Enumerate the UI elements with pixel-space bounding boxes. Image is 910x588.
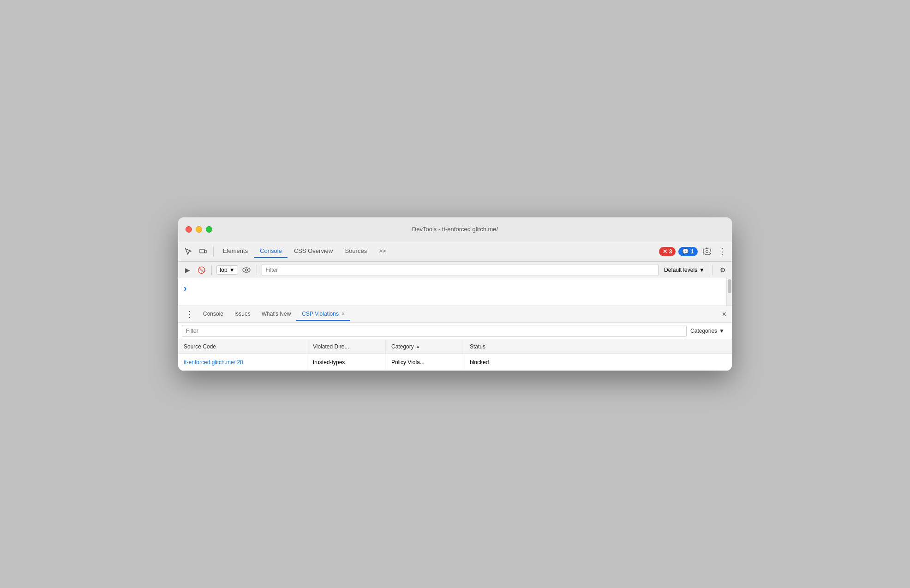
svg-rect-1: [204, 250, 206, 253]
scrollbar-thumb[interactable]: [728, 279, 731, 293]
tab-console[interactable]: Console: [254, 245, 287, 258]
close-button[interactable]: [186, 226, 192, 233]
toolbar-divider-2: [211, 265, 212, 275]
sec-tab-csp-violations[interactable]: CSP Violations ×: [296, 308, 350, 321]
context-label: top: [220, 267, 228, 273]
error-badge[interactable]: ✕ 3: [659, 247, 676, 256]
toolbar-divider-4: [712, 265, 712, 275]
sec-tab-whats-new-label: What's New: [262, 311, 291, 317]
error-icon: ✕: [663, 248, 667, 255]
toolbar-right: ✕ 3 💬 1 ⋮: [659, 245, 728, 258]
secondary-tab-bar: ⋮ Console Issues What's New CSP Violatio…: [178, 306, 732, 323]
default-levels-selector[interactable]: Default levels ▼: [661, 266, 707, 274]
sec-tab-console[interactable]: Console: [198, 308, 229, 321]
settings-icon[interactable]: [700, 245, 713, 258]
violations-filter-bar: Categories ▼: [178, 323, 732, 339]
sec-tab-issues-label: Issues: [234, 311, 251, 317]
context-dropdown-icon: ▼: [229, 267, 235, 273]
sec-tab-more-icon[interactable]: ⋮: [182, 307, 198, 321]
blue-indicator: ›: [184, 283, 187, 294]
categories-dropdown-icon: ▼: [719, 328, 724, 334]
categories-label: Categories: [690, 328, 717, 334]
error-count: 3: [669, 248, 672, 255]
violations-filter-input[interactable]: [182, 325, 687, 337]
tab-more[interactable]: >>: [373, 245, 391, 258]
window-title: DevTools - tt-enforced.glitch.me/: [412, 226, 498, 233]
source-link[interactable]: tt-enforced.glitch.me/:28: [184, 359, 243, 366]
titlebar: DevTools - tt-enforced.glitch.me/: [178, 217, 732, 241]
table-header: Source Code Violated Dire... Category ▲ …: [178, 339, 732, 354]
status-value: blocked: [470, 359, 489, 366]
svg-rect-0: [200, 249, 204, 253]
main-content: Categories ▼ Source Code Violated Dire..…: [178, 323, 732, 371]
kebab-menu-icon[interactable]: ⋮: [716, 245, 728, 258]
csp-tab-close-icon[interactable]: ×: [341, 311, 345, 317]
comment-icon: 💬: [682, 248, 689, 255]
console-toolbar: ▶ 🚫 top ▼ Default levels ▼ ⚙: [178, 262, 732, 278]
console-settings-icon[interactable]: ⚙: [717, 264, 728, 276]
sec-tab-csp-label: CSP Violations: [302, 311, 339, 317]
th-source-label: Source Code: [184, 343, 216, 350]
maximize-button[interactable]: [206, 226, 212, 233]
main-toolbar: Elements Console CSS Overview Sources >>…: [178, 241, 732, 262]
th-category[interactable]: Category ▲: [386, 339, 464, 354]
td-status: blocked: [464, 354, 732, 370]
tab-elements[interactable]: Elements: [217, 245, 253, 258]
context-selector[interactable]: top ▼: [216, 265, 238, 275]
category-value: Policy Viola...: [391, 359, 425, 366]
td-source-code: tt-enforced.glitch.me/:28: [178, 354, 307, 370]
clear-console-icon[interactable]: 🚫: [196, 264, 207, 276]
console-content: ›: [178, 278, 732, 306]
th-violated-label: Violated Dire...: [313, 343, 349, 350]
th-violated-directive[interactable]: Violated Dire...: [307, 339, 386, 354]
svg-point-3: [245, 269, 247, 271]
eye-icon[interactable]: [241, 264, 252, 276]
toolbar-divider-3: [257, 265, 257, 275]
categories-button[interactable]: Categories ▼: [687, 326, 728, 336]
inspect-element-icon[interactable]: [182, 245, 195, 258]
main-tab-bar: Elements Console CSS Overview Sources >>: [217, 245, 657, 258]
th-status[interactable]: Status: [464, 339, 732, 354]
scrollbar[interactable]: [726, 278, 732, 306]
sec-tab-whats-new[interactable]: What's New: [256, 308, 297, 321]
td-violated-directive: trusted-types: [307, 354, 386, 370]
th-status-label: Status: [470, 343, 485, 350]
show-drawer-icon[interactable]: ▶: [182, 264, 193, 276]
violated-directive-value: trusted-types: [313, 359, 345, 366]
td-category: Policy Viola...: [386, 354, 464, 370]
info-badge[interactable]: 💬 1: [678, 247, 698, 256]
sort-icon: ▲: [416, 344, 420, 349]
sec-tab-console-label: Console: [203, 311, 223, 317]
svg-point-2: [243, 268, 250, 272]
console-filter-input[interactable]: [262, 264, 659, 276]
levels-dropdown-icon: ▼: [699, 267, 705, 273]
sec-tab-issues[interactable]: Issues: [229, 308, 256, 321]
traffic-lights: [186, 226, 212, 233]
toolbar-divider-1: [213, 246, 214, 257]
drawer-close-icon[interactable]: ×: [720, 308, 728, 320]
th-source-code[interactable]: Source Code: [178, 339, 307, 354]
table-body: tt-enforced.glitch.me/:28 trusted-types …: [178, 354, 732, 371]
minimize-button[interactable]: [196, 226, 202, 233]
device-toolbar-icon[interactable]: [197, 245, 210, 258]
devtools-window: DevTools - tt-enforced.glitch.me/ Elemen…: [178, 217, 732, 371]
tab-css-overview[interactable]: CSS Overview: [288, 245, 339, 258]
info-count: 1: [691, 248, 694, 255]
levels-label: Default levels: [664, 267, 697, 273]
table-row: tt-enforced.glitch.me/:28 trusted-types …: [178, 354, 732, 371]
th-category-label: Category: [391, 343, 414, 350]
tab-sources[interactable]: Sources: [339, 245, 372, 258]
